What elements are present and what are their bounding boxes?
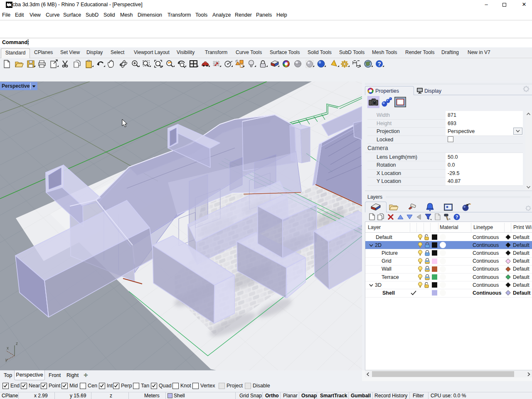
svg-text:x: x xyxy=(7,346,9,350)
svg-text:?: ? xyxy=(456,214,458,219)
svg-text:?: ? xyxy=(377,61,381,67)
svg-text:y: y xyxy=(5,357,7,362)
svg-text:z: z xyxy=(16,341,18,346)
